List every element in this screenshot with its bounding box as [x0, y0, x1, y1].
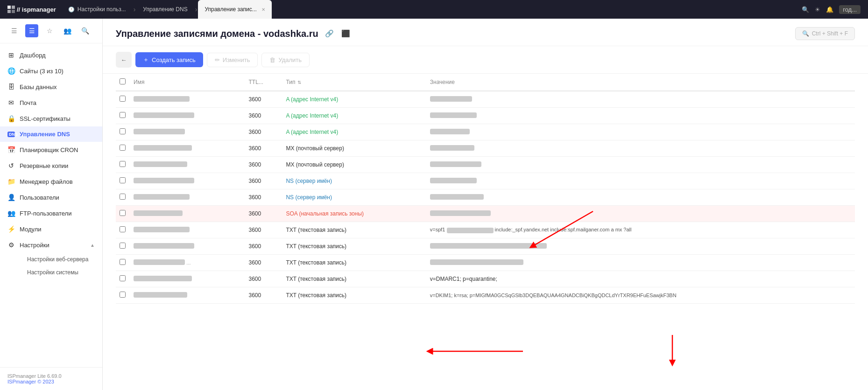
row-ttl: 3600	[245, 287, 282, 304]
th-name: Имя	[130, 74, 245, 91]
tab-records[interactable]: Управление запис... ✕	[198, 0, 271, 19]
sidebar-item-files[interactable]: 📁 Менеджер файлов	[0, 174, 102, 189]
row-checkbox-cell	[116, 157, 130, 173]
user-badge[interactable]: год...	[839, 5, 861, 14]
sidebar-item-databases[interactable]: 🗄 Базы данных	[0, 79, 102, 95]
sidebar-item-sites[interactable]: 🌐 Сайты (3 из 10)	[0, 63, 102, 79]
row-value	[426, 108, 855, 124]
page-title-text: Управление записями домена - vodashka.ru	[116, 28, 318, 39]
table-row: 3600 TXT (текстовая запись) v=DKIM1; k=r…	[116, 287, 855, 304]
users-nav-icon: 👤	[7, 194, 15, 201]
sidebar-search-button[interactable]: 🔍	[78, 24, 92, 37]
row-checkbox[interactable]	[120, 275, 126, 281]
sidebar-item-sites-label: Сайты (3 из 10)	[20, 68, 64, 75]
version-label: ISPmanager Lite 6.69.0	[7, 373, 95, 379]
sort-icon: ⇅	[297, 80, 301, 85]
create-record-button[interactable]: ＋ Создать запись	[135, 52, 203, 67]
tab-separator-2: ›	[195, 6, 198, 13]
row-ttl: 3600	[245, 238, 282, 255]
row-checkbox-cell	[116, 287, 130, 304]
row-name	[130, 124, 245, 140]
sidebar-item-ftp[interactable]: 👥 FTP-пользователи	[0, 205, 102, 221]
row-type: MX (почтовый сервер)	[282, 157, 426, 173]
records-table: Имя TTL... Тип ⇅ Значение	[116, 74, 855, 304]
edit-button[interactable]: ✏ Изменить	[207, 53, 258, 67]
databases-icon: 🗄	[7, 83, 15, 91]
row-checkbox[interactable]	[120, 96, 126, 102]
row-type: TXT (текстовая запись)	[282, 222, 426, 238]
sidebar-item-cron-label: Планировщик CRON	[20, 146, 78, 153]
sidebar-item-users-label: Пользователи	[20, 194, 59, 201]
files-icon: 📁	[7, 178, 15, 185]
back-button[interactable]: ←	[116, 52, 132, 68]
tab-settings[interactable]: 🕐 Настройки польз...	[62, 0, 133, 19]
dns-icon: DNS	[7, 132, 15, 137]
sidebar-item-cron[interactable]: 📅 Планировщик CRON	[0, 142, 102, 158]
delete-button[interactable]: 🗑 Удалить	[261, 53, 310, 67]
sidebar-item-modules[interactable]: ⚡ Модули	[0, 221, 102, 237]
dashboard-icon: ⊞	[7, 51, 15, 59]
row-value-dmarc: v=DMARC1; p=quarantine;	[426, 271, 855, 287]
edit-label: Изменить	[223, 56, 250, 63]
page-title: Управление записями домена - vodashka.ru…	[116, 28, 352, 39]
sidebar-item-dns[interactable]: DNS Управление DNS	[0, 126, 102, 142]
row-name	[130, 238, 245, 255]
row-type: MX (почтовый сервер)	[282, 140, 426, 157]
row-value	[426, 91, 855, 108]
settings-icon: ⚙	[7, 241, 15, 249]
row-checkbox[interactable]	[120, 226, 126, 232]
row-checkbox-cell	[116, 271, 130, 287]
tab-separator-1: ›	[134, 6, 136, 13]
row-checkbox[interactable]	[120, 259, 126, 265]
tab-close-button[interactable]: ✕	[261, 7, 265, 12]
bell-icon[interactable]: 🔔	[826, 6, 833, 13]
delete-label: Удалить	[278, 56, 302, 63]
svg-rect-1	[12, 6, 15, 9]
link-icon-button[interactable]: 🔗	[323, 28, 336, 39]
table-row: 3600 A (адрес Internet v4)	[116, 91, 855, 108]
row-checkbox[interactable]	[120, 243, 126, 249]
row-checkbox[interactable]	[120, 194, 126, 200]
sidebar-item-backups[interactable]: ↺ Резервные копии	[0, 158, 102, 174]
row-checkbox[interactable]	[120, 161, 126, 167]
sidebar-item-sys-settings[interactable]: Настройки системы	[20, 266, 102, 279]
select-all-checkbox[interactable]	[120, 78, 126, 84]
sun-icon[interactable]: ☀	[815, 6, 820, 13]
row-checkbox[interactable]	[120, 145, 126, 151]
th-type[interactable]: Тип ⇅	[282, 74, 426, 91]
sidebar-item-ssl[interactable]: 🔒 SSL-сертификаты	[0, 111, 102, 126]
sidebar-footer: ISPmanager Lite 6.69.0 ISPmanager © 2023	[0, 367, 102, 390]
sidebar-item-web-settings[interactable]: Настройки веб-сервера	[20, 253, 102, 266]
sidebar-item-settings[interactable]: ⚙ Настройки ▲	[0, 237, 102, 253]
tab-dns[interactable]: Управление DNS	[136, 0, 194, 19]
list-view-button[interactable]: ☰	[25, 24, 38, 37]
row-checkbox[interactable]	[120, 128, 126, 134]
table-row: 3600 A (адрес Internet v4)	[116, 108, 855, 124]
table-row: 3600 TXT (текстовая запись)	[116, 238, 855, 255]
sidebar-item-dashboard[interactable]: ⊞ Дашборд	[0, 47, 102, 63]
sidebar-item-users[interactable]: 👤 Пользователи	[0, 189, 102, 205]
row-checkbox[interactable]	[120, 112, 126, 118]
export-icon-button[interactable]: ⬛	[339, 28, 352, 39]
table-header: Имя TTL... Тип ⇅ Значение	[116, 74, 855, 91]
users-button[interactable]: 👥	[61, 24, 74, 37]
row-value-spf: v=spf1 include:_spf.yandex.net include:s…	[426, 222, 855, 238]
search-shortcut-label: Ctrl + Shift + F	[812, 30, 848, 37]
svg-rect-3	[12, 10, 15, 13]
search-icon[interactable]: 🔍	[802, 6, 809, 13]
row-type: A (адрес Internet v4)	[282, 91, 426, 108]
copyright-link[interactable]: ISPmanager © 2023	[7, 379, 54, 384]
sidebar-header: ☰ ☰ ☆ 👥 🔍	[0, 19, 102, 43]
sidebar-item-mail[interactable]: ✉ Почта	[0, 95, 102, 111]
row-checkbox[interactable]	[120, 292, 126, 298]
star-button[interactable]: ☆	[43, 24, 56, 37]
settings-submenu: Настройки веб-сервера Настройки системы	[0, 253, 102, 279]
search-shortcut[interactable]: 🔍 Ctrl + Shift + F	[795, 27, 855, 40]
row-name	[130, 271, 245, 287]
plus-icon: ＋	[143, 56, 149, 64]
row-checkbox[interactable]	[120, 177, 126, 183]
row-type: TXT (текстовая запись)	[282, 271, 426, 287]
hamburger-button[interactable]: ☰	[7, 24, 21, 37]
row-checkbox[interactable]	[120, 210, 126, 216]
row-checkbox-cell	[116, 173, 130, 189]
